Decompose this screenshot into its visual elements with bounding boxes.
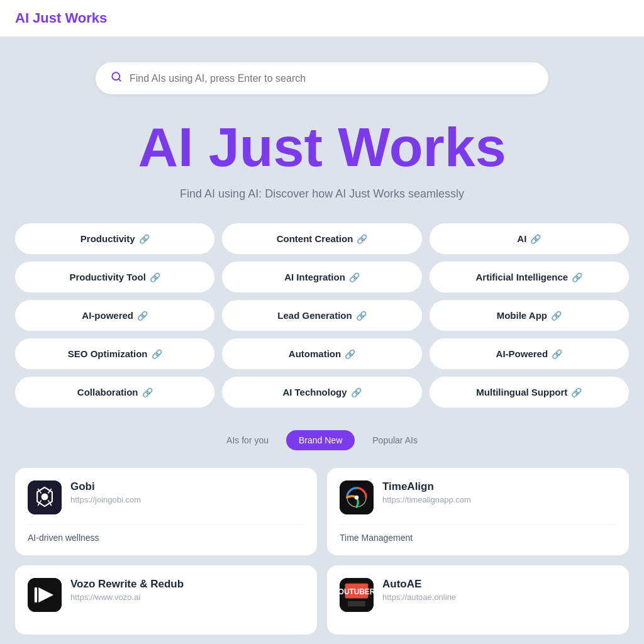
link-icon: 🔗 xyxy=(356,311,367,321)
tag-seo-optimization[interactable]: SEO Optimization🔗 xyxy=(15,338,214,369)
card-autoae[interactable]: YOUTUBERS AutoAE https://autoae.online xyxy=(327,565,629,635)
card-vozo[interactable]: Vozo Rewrite & Redub https://www.vozo.ai xyxy=(15,565,317,635)
cards-grid: Gobi https://joingobi.com AI-driven well… xyxy=(15,468,629,635)
link-icon: 🔗 xyxy=(571,387,582,397)
link-icon: 🔗 xyxy=(152,349,162,359)
search-input[interactable] xyxy=(130,73,533,84)
tag-mobile-app[interactable]: Mobile App🔗 xyxy=(430,300,629,331)
filter-tab-brand-new[interactable]: Brand New xyxy=(286,430,355,450)
tag-label: Automation xyxy=(289,348,341,359)
link-icon: 🔗 xyxy=(150,272,160,282)
tag-ai-integration[interactable]: AI Integration🔗 xyxy=(222,262,421,292)
tag-label: Artificial Intelligence xyxy=(475,272,568,282)
tag-label: AI Technology xyxy=(282,387,347,397)
tag-artificial-intelligence[interactable]: Artificial Intelligence🔗 xyxy=(430,262,629,292)
card-url-gobi: https://joingobi.com xyxy=(70,495,304,504)
link-icon: 🔗 xyxy=(345,349,355,359)
tag-productivity-tool[interactable]: Productivity Tool🔗 xyxy=(15,262,214,292)
tags-grid: Productivity🔗Content Creation🔗AI🔗Product… xyxy=(15,223,629,408)
card-info: Gobi https://joingobi.com xyxy=(70,480,304,504)
svg-line-1 xyxy=(118,79,120,80)
svg-point-6 xyxy=(355,496,358,499)
card-info: AutoAE https://autoae.online xyxy=(382,578,616,602)
site-logo[interactable]: AI Just Works xyxy=(15,10,107,26)
svg-text:YOUTUBERS: YOUTUBERS xyxy=(340,587,374,596)
tag-productivity[interactable]: Productivity🔗 xyxy=(15,223,214,254)
filter-tab-ais-for-you[interactable]: AIs for you xyxy=(214,430,281,450)
card-logo-gobi xyxy=(28,480,62,514)
link-icon: 🔗 xyxy=(351,387,362,397)
tag-label: SEO Optimization xyxy=(68,348,148,359)
tag-ai[interactable]: AI🔗 xyxy=(430,223,629,254)
tag-label: Content Creation xyxy=(277,233,353,244)
tag-content-creation[interactable]: Content Creation🔗 xyxy=(222,223,421,254)
card-header: TimeAlign https://timealignapp.com xyxy=(340,480,616,514)
link-icon: 🔗 xyxy=(551,311,562,321)
card-desc-gobi: AI-driven wellness xyxy=(28,525,304,543)
card-name-timealign: TimeAlign xyxy=(382,480,616,493)
filter-tabs: AIs for youBrand NewPopular AIs xyxy=(15,430,629,450)
card-timealign[interactable]: TimeAlign https://timealignapp.com Time … xyxy=(327,468,629,555)
svg-point-3 xyxy=(42,494,48,501)
card-name-gobi: Gobi xyxy=(70,480,304,493)
tag-label: Mobile App xyxy=(497,310,547,321)
card-header: Vozo Rewrite & Redub https://www.vozo.ai xyxy=(28,578,304,612)
main-content: AI Just Works Find AI using AI: Discover… xyxy=(0,37,644,644)
tag-label: Productivity Tool xyxy=(69,272,145,282)
hero-subtitle: Find AI using AI: Discover how AI Just W… xyxy=(15,187,629,201)
link-icon: 🔗 xyxy=(357,234,367,244)
svg-rect-9 xyxy=(35,587,37,602)
link-icon: 🔗 xyxy=(572,272,582,282)
link-icon: 🔗 xyxy=(349,272,360,282)
tag-label: Collaboration xyxy=(77,387,138,397)
tag-label: AI Integration xyxy=(284,272,345,282)
tag-label: AI-Powered xyxy=(496,348,548,359)
tag-collaboration[interactable]: Collaboration🔗 xyxy=(15,377,214,408)
card-header: Gobi https://joingobi.com xyxy=(28,480,304,514)
card-info: TimeAlign https://timealignapp.com xyxy=(382,480,616,504)
search-container xyxy=(96,62,548,94)
tag-ai-powered-2[interactable]: AI-Powered🔗 xyxy=(430,338,629,369)
svg-rect-13 xyxy=(348,601,365,607)
card-url-timealign: https://timealignapp.com xyxy=(382,495,616,504)
card-logo-timealign xyxy=(340,480,374,514)
hero-section: AI Just Works Find AI using AI: Discover… xyxy=(15,119,629,201)
card-info: Vozo Rewrite & Redub https://www.vozo.ai xyxy=(70,578,304,602)
filter-tab-popular-ais[interactable]: Popular AIs xyxy=(360,430,430,450)
link-icon: 🔗 xyxy=(137,311,148,321)
card-header: YOUTUBERS AutoAE https://autoae.online xyxy=(340,578,616,612)
tag-lead-generation[interactable]: Lead Generation🔗 xyxy=(222,300,421,331)
tag-multilingual-support[interactable]: Multilingual Support🔗 xyxy=(430,377,629,408)
tag-label: AI xyxy=(517,233,526,244)
link-icon: 🔗 xyxy=(552,349,562,359)
tag-ai-powered[interactable]: AI-powered🔗 xyxy=(15,300,214,331)
tag-ai-technology[interactable]: AI Technology🔗 xyxy=(222,377,421,408)
card-url-vozo: https://www.vozo.ai xyxy=(70,592,304,602)
card-desc-timealign: Time Management xyxy=(340,525,616,543)
card-logo-vozo xyxy=(28,578,62,612)
tag-label: Productivity xyxy=(80,233,135,244)
search-bar xyxy=(96,62,548,94)
card-logo-autoae: YOUTUBERS xyxy=(340,578,374,612)
hero-title: AI Just Works xyxy=(15,119,629,175)
link-icon: 🔗 xyxy=(139,234,150,244)
card-gobi[interactable]: Gobi https://joingobi.com AI-driven well… xyxy=(15,468,317,555)
card-url-autoae: https://autoae.online xyxy=(382,592,616,602)
card-name-autoae: AutoAE xyxy=(382,578,616,591)
link-icon: 🔗 xyxy=(142,387,153,397)
search-icon xyxy=(111,71,122,86)
tag-label: AI-powered xyxy=(82,310,133,321)
link-icon: 🔗 xyxy=(530,234,541,244)
tag-label: Multilingual Support xyxy=(476,387,567,397)
card-name-vozo: Vozo Rewrite & Redub xyxy=(70,578,304,591)
tag-automation[interactable]: Automation🔗 xyxy=(222,338,421,369)
header: AI Just Works xyxy=(0,0,644,37)
tag-label: Lead Generation xyxy=(277,310,352,321)
